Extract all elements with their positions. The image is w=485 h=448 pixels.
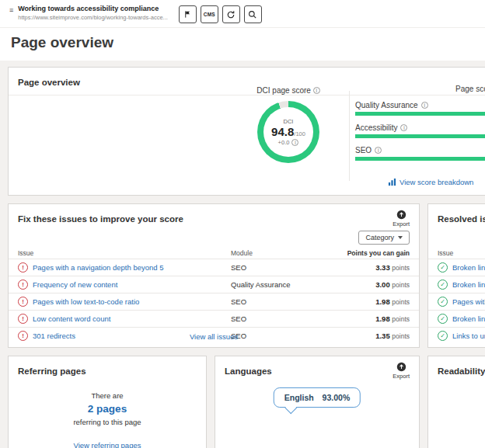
issue-link[interactable]: Pages with a navigation depth beyond 5 [33,263,164,272]
search-icon [248,10,257,19]
metric-quality-assurance: Quality Assurance i [355,101,485,116]
issue-link[interactable]: Pages with low text-to-code ratio [33,297,139,306]
info-icon[interactable]: i [375,147,382,154]
issues-table-header: Issue Module Points you can gain [9,248,419,259]
page-score-details-title: Page score de [355,85,485,93]
page-overview-screen: ≡ Working towards accessibility complian… [0,0,485,448]
refresh-button[interactable] [222,5,240,23]
metric-label: Quality Assurance i [355,101,485,109]
info-icon[interactable]: i [400,124,407,131]
metric-bar-fill [355,112,485,116]
issue-module: SEO [231,297,323,306]
topbar: ≡ Working towards accessibility complian… [0,0,485,28]
export-icon [396,210,406,220]
check-icon: ✓ [438,262,448,273]
card-title: Page overview [18,78,80,87]
card-header: Languages [215,356,419,384]
search-button[interactable] [244,5,262,23]
resolved-issues-card: Resolved issues Issue ✓Broken links (ove… [427,203,485,348]
dci-gauge-caption: DCI [284,118,294,125]
metric-bar-fill [355,157,485,161]
issue-points: 1.98 points [323,314,410,323]
card-title: Languages [225,366,272,376]
metric-label: Accessibility i [355,123,485,132]
referring-count-link[interactable]: 2 pages [9,403,206,415]
card-title: Referring pages [18,366,86,376]
export-button[interactable]: Export [393,210,410,227]
card-title: Fix these issues to improve your score [18,214,183,224]
card-title: Readability [438,366,485,376]
resolved-issue-link[interactable]: Broken links on la [452,314,485,323]
card-header: Readability [428,356,485,384]
referring-pages-card: Referring pages There are 2 pages referr… [8,356,207,448]
info-icon[interactable]: i [421,102,428,109]
issue-module: Quality Assurance [231,280,323,289]
page-meta-title: Working towards accessibility compliance [18,5,168,12]
issue-row: !Frequency of new content Quality Assura… [9,276,419,293]
resolved-issue-link[interactable]: Broken links at pa [452,280,485,289]
language-percent: 93.00% [323,393,351,402]
issue-points: 3.33 points [323,263,410,272]
page-toolbar: CMS [179,5,262,23]
language-name: English [284,393,314,402]
issue-points: 3.00 points [323,280,410,289]
column-points: Points you can gain [323,249,410,257]
dci-score-max: /100 [294,130,305,137]
dci-score-label: DCI page score i [229,86,347,95]
category-dropdown-label: Category [365,234,394,241]
error-icon: ! [18,297,28,307]
info-icon[interactable]: i [291,139,298,146]
flag-button[interactable] [179,5,197,23]
cms-button[interactable]: CMS [201,5,218,23]
issue-module: SEO [231,314,323,323]
language-bubble: English 93.00% [274,387,361,408]
check-icon: ✓ [438,280,448,290]
error-icon: ! [18,314,28,324]
dci-gauge: DCI 94.8/100 +0.0 i [257,101,319,163]
check-icon: ✓ [438,331,448,341]
issue-module: SEO [231,263,323,272]
referring-line1: There are [9,391,206,400]
issue-row: !Low content word count SEO 1.98 points [9,310,419,327]
resolved-issue-link[interactable]: Broken links (ove [452,263,485,272]
flag-icon [183,10,192,19]
export-label: Export [393,221,410,227]
metric-bar-track [355,112,485,116]
metric-label-text: Accessibility [355,123,397,132]
card-header: Referring pages [9,356,206,384]
fix-issues-card: Fix these issues to improve your score E… [8,203,420,348]
referring-line2: referring to this page [9,418,206,426]
card-header: Fix these issues to improve your score [9,204,419,231]
view-score-breakdown-link[interactable]: View score breakdown [388,178,473,186]
export-icon [396,362,406,372]
metric-accessibility: Accessibility i [355,123,485,138]
resolved-issue-link[interactable]: Pages with slow l [452,297,485,306]
languages-card: Languages Export English 93.00% [215,356,420,448]
metric-seo: SEO i [355,146,485,161]
page-meta-url[interactable]: https://www.siteimprove.com/blog/working… [18,14,168,21]
column-module: Module [231,249,323,257]
resolved-row: ✓Links to unsafe do [428,327,485,344]
view-referring-pages-link[interactable]: View referring pages [74,441,141,448]
category-dropdown[interactable]: Category [358,231,410,245]
metric-label-text: Quality Assurance [355,101,418,109]
error-icon: ! [18,280,28,290]
page-overview-card: Page overview DCI page score i DCI 94.8/… [8,67,485,196]
resolved-issue-link[interactable]: Links to unsafe do [452,332,485,340]
resolved-table-header: Issue [428,248,485,259]
metric-label: SEO i [355,146,485,155]
card-title: Resolved issues [438,214,485,224]
issue-link[interactable]: Low content word count [33,314,110,323]
resolved-row: ✓Pages with slow l [428,293,485,310]
export-button[interactable]: Export [393,362,410,380]
info-icon[interactable]: i [313,87,320,94]
metric-bar-track [355,157,485,161]
page-meta: Working towards accessibility compliance… [18,5,168,21]
resolved-row: ✓Broken links on la [428,310,485,327]
check-icon: ✓ [438,297,448,307]
issue-row: !Pages with low text-to-code ratio SEO 1… [9,293,419,310]
issue-link[interactable]: Frequency of new content [33,280,117,289]
resolved-table: Issue ✓Broken links (ove ✓Broken links a… [428,248,485,344]
view-all-issues-link[interactable]: View all issues [190,332,238,341]
metric-bar-fill [355,134,485,138]
